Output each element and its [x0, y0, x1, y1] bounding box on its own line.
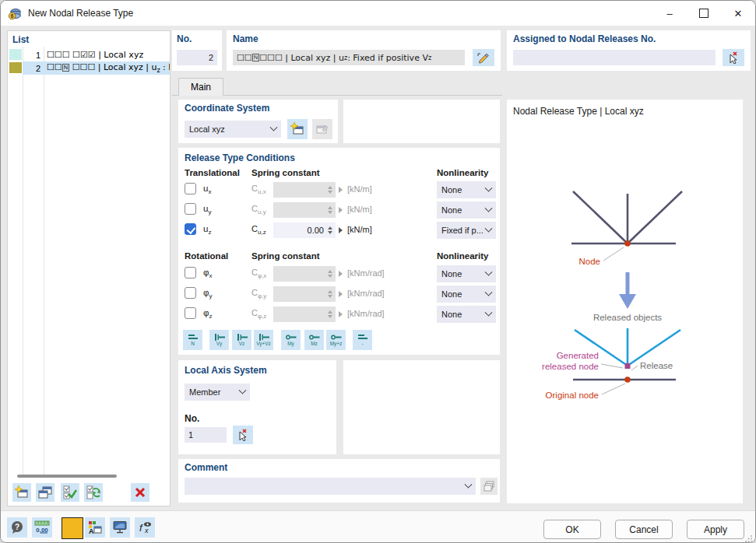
nonlinearity-header: Nonlinearity	[437, 251, 488, 261]
maximize-icon	[699, 9, 709, 18]
select-nodal-releases-button[interactable]	[723, 49, 744, 66]
preset-vz-button[interactable]: Vz	[232, 330, 251, 350]
list-item[interactable]: 1 ☐☐☐ ☐☑☑ | Local xyz	[8, 48, 170, 61]
color-swatch	[9, 49, 22, 60]
apply-button[interactable]: Apply	[687, 520, 744, 539]
help-button[interactable]: ?	[7, 517, 27, 538]
delete-button[interactable]	[131, 483, 149, 502]
rotational-header: Rotational	[185, 251, 228, 261]
preset-n-button[interactable]: N	[183, 330, 202, 350]
select-member-button[interactable]	[233, 426, 253, 444]
detail-arrow-icon[interactable]	[339, 187, 343, 193]
spring-constant-input-uz[interactable]: 0.00	[273, 222, 336, 238]
preset-vy-button[interactable]: Vy	[209, 330, 229, 350]
coordinate-system-select[interactable]: Local xyz	[185, 121, 281, 138]
checkbox-uy[interactable]	[185, 203, 196, 215]
no-panel: No. 2	[172, 30, 222, 71]
detail-arrow-icon[interactable]	[339, 291, 343, 297]
function-button[interactable]: f x	[135, 517, 155, 538]
checkbox-uz[interactable]	[185, 223, 196, 235]
spring-constant-input-uy[interactable]	[273, 202, 336, 218]
nonlinearity-select-phix[interactable]: None	[437, 265, 496, 282]
preset-vz-icon	[236, 334, 248, 341]
tab-main[interactable]: Main	[178, 78, 223, 96]
spring-constant-input-phix[interactable]	[273, 266, 336, 282]
copy-item-button[interactable]	[36, 483, 55, 502]
comment-combobox[interactable]	[185, 478, 476, 495]
spring-constant-input-phiy[interactable]	[273, 286, 336, 302]
spring-constant-input-phiz[interactable]	[273, 307, 336, 322]
preset-mz-button[interactable]: Mz	[304, 330, 324, 350]
rendering-button[interactable]	[110, 517, 130, 538]
preset-vy-icon	[213, 334, 226, 341]
svg-text:6: 6	[11, 13, 14, 19]
select-all-button[interactable]	[61, 483, 79, 502]
no-field[interactable]: 2	[177, 50, 217, 65]
invert-selection-button[interactable]	[84, 483, 103, 502]
condition-row-phiy: φy Cφ,y [kNm/rad] None	[178, 286, 500, 303]
preset-my-button[interactable]: My	[281, 330, 301, 350]
cancel-button[interactable]: Cancel	[615, 520, 673, 539]
resize-grip[interactable]	[745, 534, 753, 542]
rename-button[interactable]	[473, 49, 494, 66]
invert-selection-icon	[86, 485, 100, 499]
edit-coordinate-system-button[interactable]	[312, 119, 332, 139]
new-item-button[interactable]	[12, 483, 31, 502]
empty-panel-bottom	[343, 360, 500, 454]
display-options-button[interactable]: A	[85, 517, 105, 538]
name-panel: Name ☐☐N ☐☐☐ | Local xyz | uz : Fixed if…	[227, 30, 501, 71]
released-objects-label: Released objects	[593, 313, 662, 322]
nonlinearity-select-phiz[interactable]: None	[437, 306, 496, 323]
checkbox-phiz[interactable]	[185, 307, 196, 319]
delete-icon	[134, 486, 146, 499]
preset-none-button[interactable]: -	[353, 330, 372, 350]
detail-arrow-icon[interactable]	[339, 207, 343, 213]
nonlinearity-header: Nonlinearity	[437, 168, 488, 177]
condition-row-phix: φx Cφ,x [kNm/rad] None	[178, 266, 500, 283]
las-no-field[interactable]: 1	[185, 427, 227, 443]
no-label: No.	[177, 33, 192, 44]
translational-header: Translational	[185, 168, 240, 177]
detail-arrow-icon[interactable]	[339, 271, 343, 277]
detail-arrow-icon[interactable]	[339, 227, 343, 233]
chevron-down-icon	[485, 184, 493, 191]
checkbox-phix[interactable]	[185, 267, 196, 279]
spring-constant-input-ux[interactable]	[273, 182, 336, 198]
local-axis-system-select[interactable]: Member	[185, 384, 250, 401]
color-swatch	[9, 62, 22, 73]
assigned-field[interactable]	[513, 50, 716, 65]
chevron-down-icon	[485, 224, 493, 232]
detail-arrow-icon[interactable]	[339, 311, 343, 317]
maximize-button[interactable]	[687, 1, 721, 26]
close-icon: ✕	[734, 8, 743, 19]
chevron-down-icon	[485, 268, 493, 275]
color-swatch-button[interactable]	[62, 517, 83, 539]
svg-text:?: ?	[15, 523, 19, 531]
horizontal-scrollbar[interactable]	[17, 475, 117, 478]
release-type-conditions-label: Release Type Conditions	[185, 152, 295, 163]
minimize-button[interactable]: –	[652, 1, 687, 26]
assigned-label: Assigned to Nodal Releases No.	[513, 33, 656, 44]
nonlinearity-select-phiy[interactable]: None	[437, 286, 496, 303]
new-item-icon	[15, 485, 29, 499]
checkbox-phiy[interactable]	[185, 287, 196, 299]
nonlinearity-select-uy[interactable]: None	[437, 201, 496, 219]
list-label: List	[12, 34, 29, 45]
close-button[interactable]: ✕	[721, 1, 755, 26]
nonlinearity-select-uz[interactable]: Fixed if p...	[437, 222, 496, 239]
name-field[interactable]: ☐☐N ☐☐☐ | Local xyz | uz : Fixed if posi…	[233, 50, 465, 65]
list-item[interactable]: 2 ☐☐N ☐☐☐ | Local xyz | uz : Fix	[8, 61, 170, 75]
new-coordinate-system-button[interactable]	[287, 119, 308, 139]
ok-button[interactable]: OK	[543, 520, 601, 539]
units-button[interactable]: 0,00	[32, 517, 52, 538]
preset-vy-vz-button[interactable]: Vy+Vz	[254, 330, 273, 350]
condition-row-phiz: φz Cφ,z [kNm/rad] None	[178, 307, 500, 324]
empty-panel-top	[343, 100, 500, 143]
preset-my-mz-button[interactable]: My+z	[326, 330, 346, 350]
chevron-down-icon	[465, 480, 473, 488]
comment-templates-button[interactable]	[480, 478, 498, 495]
checkbox-ux[interactable]	[185, 183, 196, 194]
title-bar: 6 New Nodal Release Type – ✕	[1, 1, 755, 26]
nonlinearity-select-ux[interactable]: None	[437, 181, 496, 198]
release-type-conditions-panel: Release Type Conditions Translational Sp…	[178, 148, 500, 355]
